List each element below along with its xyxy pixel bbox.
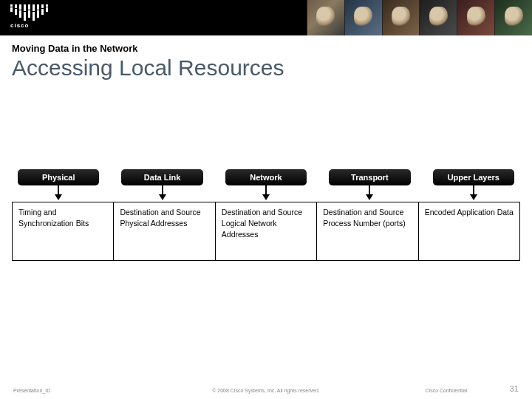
banner-photo — [307, 0, 344, 35]
layer-pill-data-link: Data Link — [121, 169, 202, 185]
layer-desc-data-link: Destination and Source Physical Addresse… — [113, 202, 214, 260]
layer-desc-transport: Destination and Source Process Number (p… — [316, 202, 417, 260]
page-title: Accessing Local Resources — [12, 55, 520, 81]
layer-diagram: Physical Data Link Network Transport Upp… — [12, 169, 520, 261]
layer-pill-row: Physical Data Link Network Transport Upp… — [12, 169, 520, 185]
banner-photo — [382, 0, 420, 35]
cisco-logo-text: cisco — [10, 22, 48, 29]
layer-desc-network: Destination and Source Logical Network A… — [215, 202, 316, 260]
banner-photo — [419, 0, 457, 35]
banner-photo-strip — [307, 0, 532, 35]
layer-pill-physical: Physical — [18, 169, 99, 185]
footer-slide-number: 31 — [510, 384, 519, 393]
layer-desc-upper-layers: Encoded Application Data — [418, 202, 519, 260]
slide-footer: Presentation_ID © 2008 Cisco Systems, In… — [0, 388, 532, 393]
layer-desc-grid: Timing and Synchronization Bits Destinat… — [12, 202, 520, 261]
banner-photo — [494, 0, 532, 35]
arrow-down-icon — [121, 185, 202, 202]
layer-pill-transport: Transport — [329, 169, 410, 185]
layer-pill-network: Network — [225, 169, 307, 185]
layer-desc-physical: Timing and Synchronization Bits — [13, 202, 113, 260]
footer-copyright: © 2008 Cisco Systems, Inc. All rights re… — [212, 388, 320, 393]
cisco-logo-icon — [10, 4, 48, 21]
arrow-down-icon — [225, 185, 307, 202]
arrow-down-icon — [18, 185, 99, 202]
banner-photo — [344, 0, 382, 35]
title-block: Moving Data in the Network Accessing Loc… — [0, 35, 532, 81]
cisco-logo: cisco — [10, 4, 48, 29]
kicker-title: Moving Data in the Network — [12, 43, 520, 54]
footer-confidential: Cisco Confidential — [426, 388, 467, 393]
arrow-down-icon — [433, 185, 514, 202]
top-banner: cisco — [0, 0, 532, 35]
footer-presentation-id: Presentation_ID — [13, 388, 50, 393]
arrow-down-icon — [329, 185, 410, 202]
layer-pill-upper-layers: Upper Layers — [433, 169, 514, 185]
banner-photo — [457, 0, 494, 35]
arrow-row — [12, 185, 520, 202]
